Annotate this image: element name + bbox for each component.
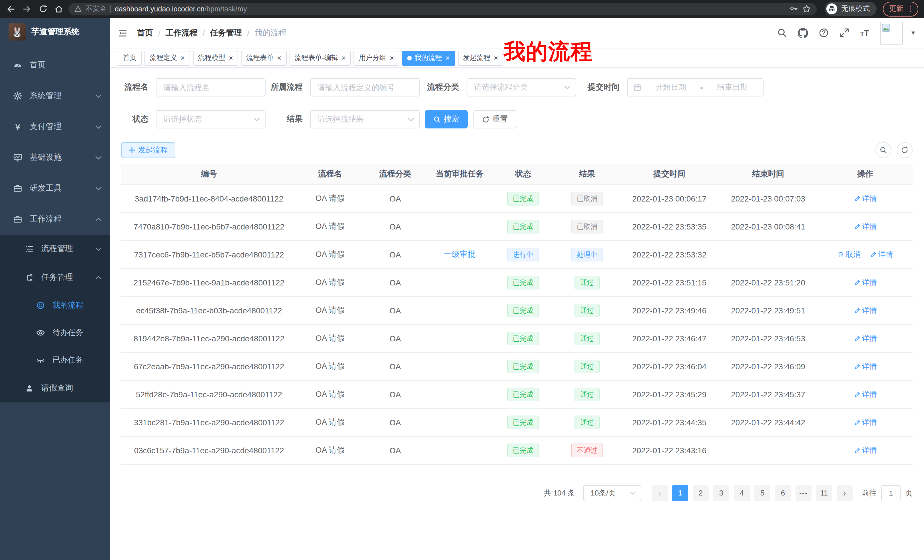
user-icon: [24, 384, 34, 392]
column-header[interactable]: 流程名: [297, 164, 363, 185]
close-icon[interactable]: ×: [180, 54, 185, 61]
search-icon[interactable]: [777, 28, 787, 38]
url-text[interactable]: dashboard.yudao.iocoder.cn/bpm/task/my: [115, 5, 247, 13]
tab[interactable]: 用户分组 ×: [354, 51, 399, 65]
create-process-button[interactable]: 发起流程: [121, 142, 176, 158]
refresh-table-button[interactable]: [897, 142, 913, 158]
column-header[interactable]: 提交时间: [620, 164, 718, 185]
submit-time-range[interactable]: 开始日期 - 结束日期: [627, 78, 764, 96]
column-header[interactable]: 编号: [121, 164, 297, 185]
detail-link[interactable]: 详情: [854, 305, 877, 316]
column-header[interactable]: 状态: [492, 164, 554, 185]
fullscreen-icon[interactable]: [840, 28, 849, 38]
result-badge: 通过: [574, 416, 600, 429]
page-button[interactable]: ›: [837, 485, 853, 501]
breadcrumb-task-management[interactable]: 任务管理: [210, 28, 242, 38]
github-icon[interactable]: [798, 28, 808, 38]
font-size-icon[interactable]: TT: [860, 28, 869, 37]
current-task-link[interactable]: 一级审批: [444, 250, 476, 259]
page-button[interactable]: 1: [672, 485, 688, 501]
detail-link[interactable]: 详情: [854, 277, 877, 288]
status-select[interactable]: 请选择状态: [156, 110, 266, 129]
tab[interactable]: 流程表单-编辑 ×: [290, 51, 351, 65]
column-header[interactable]: 结果: [554, 164, 620, 185]
tab[interactable]: 流程定义 ×: [144, 51, 190, 65]
cell-status: 已完成: [492, 380, 554, 409]
security-label[interactable]: 不安全: [86, 4, 106, 14]
page-button[interactable]: •••: [795, 485, 812, 501]
sidebar-item-payment[interactable]: ¥ 支付管理: [0, 111, 110, 142]
detail-link[interactable]: 详情: [854, 333, 877, 344]
sidebar-item-todo-tasks[interactable]: 待办任务: [0, 319, 110, 346]
detail-link[interactable]: 详情: [854, 389, 877, 400]
tab[interactable]: 发起流程 ×: [458, 51, 503, 65]
sidebar-item-task-management[interactable]: 任务管理: [0, 263, 110, 292]
browser-menu-icon[interactable]: ⋮: [907, 5, 914, 13]
tab[interactable]: 流程表单 ×: [241, 51, 286, 65]
column-header[interactable]: 流程分类: [363, 164, 427, 185]
close-icon[interactable]: ×: [390, 54, 394, 61]
process-def-input[interactable]: [310, 83, 419, 91]
back-icon[interactable]: [6, 4, 16, 14]
sidebar-item-leave-query[interactable]: 请假查询: [0, 374, 110, 403]
reset-button[interactable]: 重置: [473, 110, 516, 129]
detail-link[interactable]: 详情: [854, 361, 877, 371]
key-icon[interactable]: [790, 4, 798, 13]
sidebar-collapse-icon[interactable]: [116, 25, 130, 40]
column-header[interactable]: 操作: [818, 164, 913, 185]
close-icon[interactable]: ×: [277, 54, 281, 61]
edit-icon: [854, 419, 860, 426]
avatar[interactable]: [880, 21, 903, 44]
forward-icon[interactable]: [22, 4, 32, 14]
goto-page-input[interactable]: [881, 485, 901, 501]
sidebar-item-home[interactable]: 首页: [0, 49, 110, 81]
breadcrumb-workflow[interactable]: 工作流程: [166, 28, 198, 38]
help-icon[interactable]: [819, 28, 829, 38]
detail-link[interactable]: 详情: [854, 193, 877, 204]
chevron-down-icon: [95, 94, 102, 98]
cancel-link[interactable]: 取消: [837, 250, 861, 260]
close-icon[interactable]: ×: [446, 54, 450, 61]
bookmark-star-icon[interactable]: [802, 4, 811, 13]
process-name-input[interactable]: [156, 83, 265, 91]
tab[interactable]: 我的流程 ×: [402, 51, 455, 65]
page-button[interactable]: 3: [713, 485, 729, 501]
page-button[interactable]: 6: [775, 485, 791, 501]
home-icon[interactable]: [54, 4, 64, 14]
address-bar[interactable]: 不安全 dashboard.yudao.iocoder.cn/bpm/task/…: [69, 3, 817, 15]
detail-link[interactable]: 详情: [854, 445, 877, 455]
show-search-button[interactable]: [876, 142, 891, 158]
sidebar-item-system[interactable]: 系统管理: [0, 81, 110, 111]
detail-link[interactable]: 详情: [870, 250, 893, 260]
tab[interactable]: 首页: [118, 51, 142, 65]
close-icon[interactable]: ×: [229, 54, 233, 61]
update-button[interactable]: 更新 ⋮: [883, 1, 918, 16]
tab[interactable]: 流程模型 ×: [193, 51, 238, 65]
sidebar-item-infra[interactable]: 基础设施: [0, 142, 110, 173]
avatar-dropdown-icon[interactable]: ▼: [910, 30, 916, 36]
breadcrumb-home[interactable]: 首页: [137, 28, 153, 38]
detail-link[interactable]: 详情: [854, 417, 877, 428]
page-button[interactable]: 5: [754, 485, 770, 501]
sidebar-item-done-tasks[interactable]: 已办任务: [0, 346, 110, 374]
result-select[interactable]: 请选择流结果: [310, 110, 420, 129]
sidebar-item-workflow[interactable]: 工作流程: [0, 204, 110, 235]
page-size-select[interactable]: 10条/页: [583, 485, 641, 501]
detail-link[interactable]: 详情: [854, 222, 877, 232]
search-button[interactable]: 搜索: [425, 110, 468, 129]
column-header[interactable]: 结束时间: [718, 164, 818, 185]
close-icon[interactable]: ×: [342, 54, 346, 61]
close-icon[interactable]: ×: [494, 54, 498, 61]
page-button[interactable]: 11: [816, 485, 832, 501]
sidebar-item-process-management[interactable]: 流程管理: [0, 235, 110, 263]
page-button[interactable]: 2: [693, 485, 709, 501]
column-header[interactable]: 当前审批任务: [427, 164, 492, 185]
page-button[interactable]: 4: [734, 485, 750, 501]
sidebar-item-my-process[interactable]: 我的流程: [0, 292, 110, 319]
category-select[interactable]: 请选择流程分类: [466, 78, 576, 96]
logo[interactable]: 🐰 芋道管理系统: [0, 18, 110, 46]
page-button[interactable]: ‹: [652, 485, 668, 501]
sidebar-item-devtools[interactable]: 研发工具: [0, 173, 110, 204]
reload-icon[interactable]: [38, 4, 48, 14]
process-name-field: [156, 78, 266, 96]
